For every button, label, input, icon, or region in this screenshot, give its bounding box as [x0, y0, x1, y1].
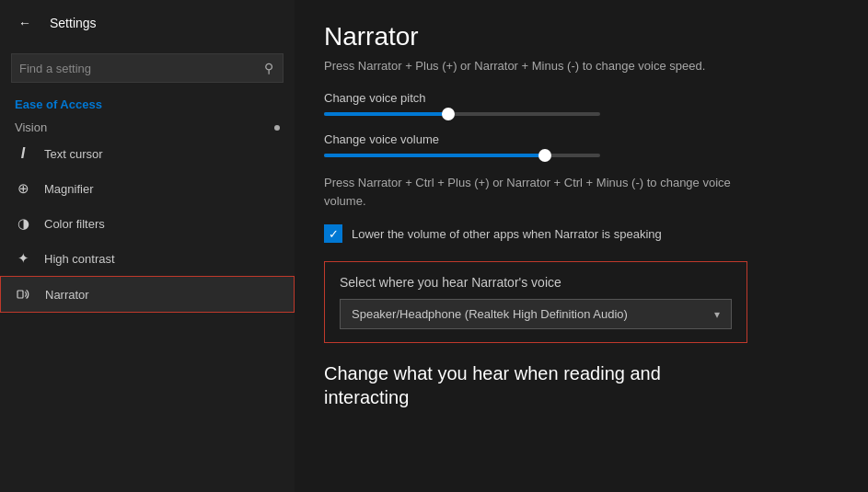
checkbox-check-icon: ✓ — [329, 227, 339, 241]
lower-volume-checkbox[interactable]: ✓ — [324, 224, 342, 243]
ease-of-access-label: Ease of Access — [0, 90, 295, 115]
narrator-voice-dropdown[interactable]: Speaker/Headphone (Realtek High Definiti… — [340, 299, 732, 329]
volume-description: Press Narrator + Ctrl + Plus (+) or Narr… — [324, 174, 747, 210]
narrator-label: Narrator — [45, 288, 89, 302]
lower-volume-label: Lower the volume of other apps when Narr… — [352, 227, 662, 241]
search-input[interactable] — [12, 62, 255, 75]
narrator-voice-select-section: Select where you hear Narrator's voice S… — [324, 261, 747, 343]
vision-section-label: Vision — [0, 115, 295, 136]
color-filters-icon: ◑ — [15, 215, 31, 232]
settings-title: Settings — [50, 16, 97, 30]
sidebar-header: ← Settings — [0, 0, 295, 46]
sidebar-item-magnifier[interactable]: ⊕ Magnifier — [0, 171, 295, 206]
voice-volume-thumb[interactable] — [538, 149, 551, 162]
sidebar-item-color-filters[interactable]: ◑ Color filters — [0, 206, 295, 241]
voice-pitch-thumb[interactable] — [442, 108, 455, 120]
voice-pitch-track[interactable] — [324, 112, 600, 116]
magnifier-icon: ⊕ — [15, 180, 31, 197]
text-cursor-icon: I — [15, 145, 31, 162]
high-contrast-icon: ✦ — [15, 250, 31, 267]
change-what-you-hear-heading: Change what you hear when reading and in… — [324, 361, 692, 409]
search-icon: ⚲ — [255, 54, 283, 82]
sidebar: ← Settings ⚲ Ease of Access Vision I Tex… — [0, 0, 295, 492]
lower-volume-checkbox-row[interactable]: ✓ Lower the volume of other apps when Na… — [324, 224, 839, 243]
voice-volume-track[interactable] — [324, 154, 600, 157]
voice-pitch-label: Change voice pitch — [324, 91, 839, 105]
narrator-icon — [16, 286, 32, 303]
sidebar-item-text-cursor[interactable]: I Text cursor — [0, 136, 295, 171]
vision-dot — [274, 125, 280, 131]
voice-volume-fill — [324, 154, 545, 157]
svg-rect-0 — [17, 291, 23, 298]
color-filters-label: Color filters — [44, 217, 105, 231]
voice-volume-container: Change voice volume — [324, 132, 839, 157]
text-cursor-label: Text cursor — [44, 147, 103, 161]
subtitle-text: Press Narrator + Plus (+) or Narrator + … — [324, 59, 839, 73]
sidebar-item-narrator[interactable]: Narrator — [0, 276, 295, 313]
main-content: Narrator Press Narrator + Plus (+) or Na… — [295, 0, 868, 492]
dropdown-value: Speaker/Headphone (Realtek High Definiti… — [352, 307, 628, 321]
voice-pitch-fill — [324, 112, 448, 116]
voice-pitch-container: Change voice pitch — [324, 91, 839, 116]
back-button[interactable]: ← — [11, 9, 39, 37]
high-contrast-label: High contrast — [44, 252, 115, 266]
chevron-down-icon: ▾ — [714, 308, 720, 321]
select-voice-label: Select where you hear Narrator's voice — [340, 275, 732, 290]
search-box[interactable]: ⚲ — [11, 53, 284, 83]
voice-volume-label: Change voice volume — [324, 132, 839, 146]
page-title: Narrator — [324, 22, 839, 51]
magnifier-label: Magnifier — [44, 182, 93, 196]
sidebar-item-high-contrast[interactable]: ✦ High contrast — [0, 241, 295, 276]
